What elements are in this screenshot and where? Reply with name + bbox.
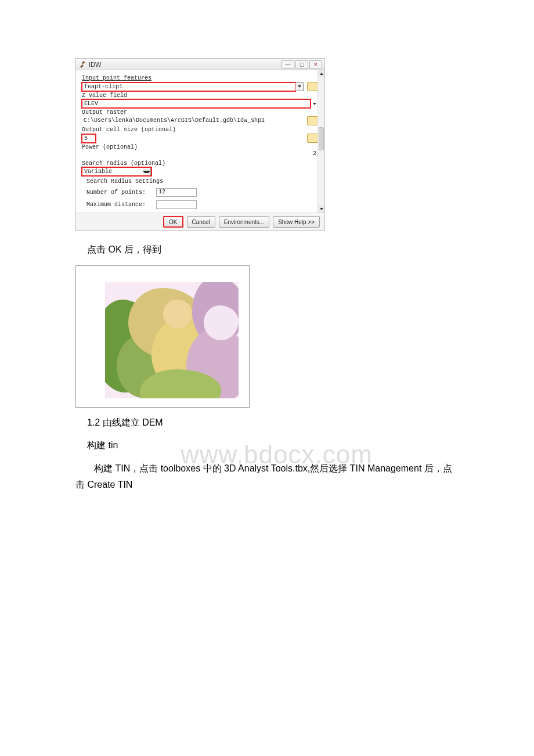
- chevron-down-icon: [320, 208, 323, 210]
- label-power: Power (optional): [82, 144, 319, 150]
- paragraph-1: 点击 OK 后，得到: [87, 242, 459, 257]
- chevron-down-icon: [143, 171, 150, 173]
- environments-button[interactable]: Environments...: [219, 216, 269, 228]
- dialog-scrollbar[interactable]: [317, 70, 324, 213]
- search-radius-select[interactable]: Variable: [82, 167, 151, 176]
- cancel-button[interactable]: Cancel: [187, 216, 215, 228]
- row-num-points: Number of points: 12: [86, 188, 319, 197]
- idw-raster-result: [105, 282, 239, 398]
- label-search-settings: Search Radius Settings: [86, 178, 319, 185]
- maximize-button[interactable]: ▢: [295, 60, 308, 69]
- hammer-icon: [78, 60, 86, 69]
- chevron-up-icon: [320, 73, 323, 75]
- scroll-down-arrow[interactable]: [318, 206, 324, 213]
- label-search-radius: Search radius (optional): [82, 160, 319, 167]
- input-features-dropdown[interactable]: [295, 82, 304, 91]
- paragraph-4: 构建 TIN，点击 toolboxes 中的 3D Analyst Tools.…: [75, 460, 459, 494]
- dialog-buttons: OK Cancel Environments... Show Help >>: [76, 213, 324, 231]
- max-distance-field[interactable]: [156, 200, 197, 209]
- search-radius-value: Variable: [82, 168, 143, 175]
- row-max-distance: Maximum distance:: [86, 200, 319, 209]
- dialog-title: IDW: [89, 61, 280, 68]
- paragraph-3: 构建 tin: [87, 437, 459, 453]
- chevron-down-icon: [298, 85, 301, 88]
- scroll-up-arrow[interactable]: [318, 70, 324, 77]
- label-cell-size: Output cell size (optional): [82, 127, 319, 133]
- dialog-titlebar[interactable]: IDW — ▢ ✕: [76, 59, 324, 70]
- z-field[interactable]: ELEV: [82, 99, 311, 108]
- label-input-features: Input point features: [82, 75, 319, 81]
- show-help-button[interactable]: Show Help >>: [273, 216, 320, 228]
- idw-dialog: IDW — ▢ ✕ Input point features feapt-cli…: [75, 58, 325, 231]
- label-output-raster: Output raster: [82, 109, 319, 116]
- raster-figure: www.bdocx.com: [75, 265, 250, 408]
- search-radius-dropdown[interactable]: [143, 167, 151, 176]
- label-z-field: Z value field: [82, 92, 319, 99]
- input-features-field[interactable]: feapt-clip1: [82, 82, 295, 91]
- dialog-body: Input point features feapt-clip1 Z value…: [76, 70, 324, 213]
- power-field[interactable]: 2: [82, 150, 319, 157]
- chevron-down-icon: [313, 103, 316, 105]
- num-points-field[interactable]: 12: [156, 188, 197, 197]
- label-max-distance: Maximum distance:: [86, 201, 156, 208]
- paragraph-2: 1.2 由线建立 DEM: [87, 415, 459, 430]
- browse-cellsize-button[interactable]: [307, 134, 319, 143]
- cell-size-field[interactable]: 5: [82, 134, 96, 143]
- scroll-thumb[interactable]: [319, 127, 324, 150]
- output-raster-field[interactable]: C:\Users\lenka\Documents\ArcGIS\Default.…: [82, 117, 304, 125]
- ok-button[interactable]: OK: [163, 216, 183, 228]
- minimize-button[interactable]: —: [282, 60, 294, 69]
- label-num-points: Number of points:: [86, 189, 156, 196]
- close-button[interactable]: ✕: [309, 60, 322, 69]
- browse-input-button[interactable]: [307, 82, 319, 91]
- browse-output-button[interactable]: [307, 116, 319, 125]
